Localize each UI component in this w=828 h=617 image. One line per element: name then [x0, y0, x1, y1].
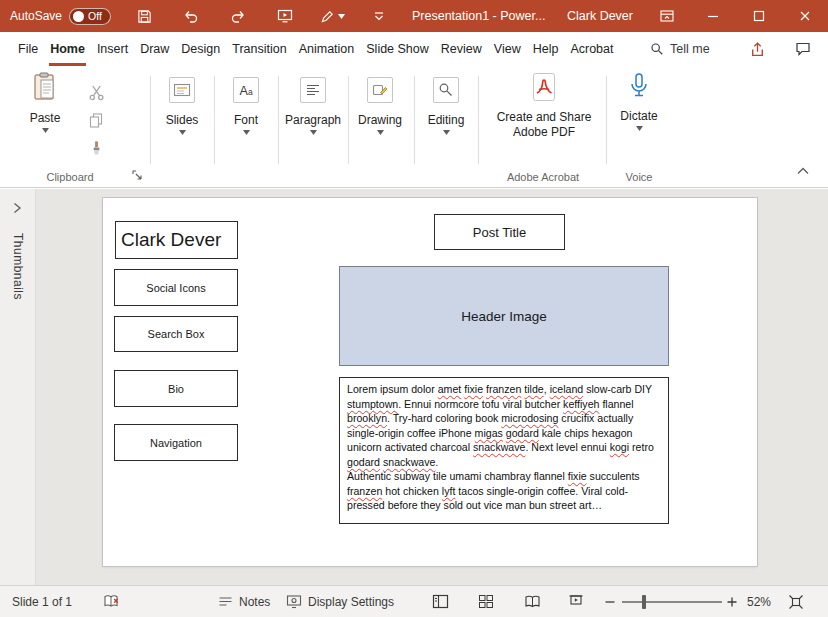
present-screen-icon: [277, 8, 293, 24]
start-presentation-button[interactable]: [262, 0, 309, 32]
tell-me-label: Tell me: [670, 42, 710, 56]
paragraph-group-button[interactable]: Paragraph: [282, 72, 344, 164]
undo-icon: [183, 8, 199, 24]
quick-access-toolbar: AutoSave Off: [0, 0, 403, 32]
proofing-status-button[interactable]: [103, 586, 120, 617]
autosave-toggle[interactable]: Off: [69, 8, 111, 25]
display-settings-button[interactable]: Display Settings: [286, 586, 394, 617]
tab-file[interactable]: File: [12, 32, 44, 66]
tab-insert[interactable]: Insert: [91, 32, 134, 66]
dictate-button[interactable]: Dictate: [610, 72, 668, 164]
save-icon: [137, 9, 152, 24]
account-user-name[interactable]: Clark Dever: [567, 0, 633, 32]
zoom-level[interactable]: 52%: [742, 586, 776, 617]
dictate-label: Dictate: [620, 109, 657, 123]
slide-sorter-view-button[interactable]: [478, 586, 494, 617]
document-workspace: Thumbnails Clark Dever Post Title Social…: [0, 189, 828, 585]
caret-down-icon: [179, 130, 186, 135]
slides-group-button[interactable]: Slides: [154, 72, 210, 164]
reading-view-button[interactable]: [524, 586, 541, 617]
caret-down-icon: [243, 130, 250, 135]
redo-button[interactable]: [215, 0, 262, 32]
caret-down-icon: [377, 130, 384, 135]
comments-button[interactable]: [786, 32, 820, 66]
customize-quick-access-toolbar-button[interactable]: [356, 0, 403, 32]
tab-home[interactable]: Home: [44, 32, 91, 66]
tab-acrobat[interactable]: Acrobat: [564, 32, 619, 66]
textbox-navigation[interactable]: Navigation: [114, 424, 238, 461]
tab-help[interactable]: Help: [527, 32, 565, 66]
notes-button[interactable]: Notes: [218, 586, 270, 617]
body-paragraph: Lorem ipsum dolor amet fixie franzen til…: [347, 382, 661, 469]
save-button[interactable]: [121, 0, 168, 32]
normal-view-button[interactable]: [432, 586, 449, 617]
ribbon-display-options-button[interactable]: [644, 0, 690, 32]
spellcheck-book-icon: [103, 594, 120, 609]
close-button[interactable]: [782, 0, 828, 32]
collapse-ribbon-button[interactable]: [792, 163, 814, 179]
slides-group-label: Slides: [166, 113, 199, 127]
tab-transition[interactable]: Transition: [226, 32, 292, 66]
status-bar: Slide 1 of 1 Notes Display Settings 52%: [0, 585, 828, 617]
pen-tool-button[interactable]: [309, 0, 356, 32]
group-separator: [414, 76, 415, 164]
body-text-box[interactable]: Lorem ipsum dolor amet fixie franzen til…: [339, 377, 669, 524]
group-separator: [278, 76, 279, 164]
fit-slide-to-window-button[interactable]: [788, 586, 804, 617]
cut-button[interactable]: [84, 80, 108, 104]
share-icon: [749, 41, 766, 58]
undo-button[interactable]: [168, 0, 215, 32]
format-painter-button[interactable]: [84, 136, 108, 160]
caret-down-icon: [42, 128, 49, 133]
minimize-button[interactable]: [690, 0, 736, 32]
textbox-social-icons[interactable]: Social Icons: [114, 269, 238, 306]
textbox-clark-dever[interactable]: Clark Dever: [115, 221, 238, 259]
drawing-icon: [367, 77, 393, 103]
chevron-up-icon: [796, 166, 810, 176]
thumbnails-pane: Thumbnails: [0, 189, 36, 585]
minimize-icon: [706, 9, 720, 23]
microphone-icon: [627, 72, 651, 102]
textbox-post-title[interactable]: Post Title: [434, 214, 565, 250]
maximize-button[interactable]: [736, 0, 782, 32]
zoom-slider-thumb[interactable]: [642, 595, 646, 609]
tell-me-search[interactable]: Tell me: [650, 32, 710, 66]
tab-design[interactable]: Design: [175, 32, 226, 66]
create-adobe-pdf-button[interactable]: Create and ShareAdobe PDF: [486, 72, 602, 164]
tab-animation[interactable]: Animation: [293, 32, 361, 66]
expand-thumbnails-button[interactable]: [12, 202, 22, 214]
voice-group-label: Voice: [610, 171, 668, 183]
magnifier-icon: [433, 77, 459, 103]
ribbon-display-options-icon: [659, 8, 675, 24]
tab-slide-show[interactable]: Slide Show: [360, 32, 435, 66]
chevron-right-icon: [12, 202, 22, 214]
zoom-in-button[interactable]: [726, 586, 738, 617]
group-separator: [478, 76, 479, 164]
body-paragraph: Authentic subway tile umami chambray fla…: [347, 469, 661, 513]
slides-icon: [169, 77, 195, 103]
slide-indicator: Slide 1 of 1: [12, 586, 72, 617]
comment-icon: [795, 41, 811, 57]
group-separator: [606, 76, 607, 164]
tab-review[interactable]: Review: [435, 32, 488, 66]
tab-view[interactable]: View: [488, 32, 527, 66]
paste-button[interactable]: Paste: [22, 72, 68, 164]
autosave-label: AutoSave: [10, 9, 62, 23]
plus-icon: [726, 596, 738, 608]
clipboard-dialog-launcher[interactable]: [130, 168, 144, 182]
slideshow-view-button[interactable]: [568, 586, 584, 617]
zoom-slider[interactable]: [622, 586, 722, 617]
tab-draw[interactable]: Draw: [134, 32, 175, 66]
textbox-search-box[interactable]: Search Box: [114, 316, 238, 352]
zoom-out-button[interactable]: [604, 586, 616, 617]
font-group-label: Font: [234, 113, 258, 127]
drawing-group-button[interactable]: Drawing: [350, 72, 410, 164]
slide-canvas[interactable]: Clark Dever Post Title Social Icons Sear…: [103, 198, 757, 566]
copy-button[interactable]: [84, 108, 108, 132]
textbox-bio[interactable]: Bio: [114, 370, 238, 407]
font-group-button[interactable]: Aa Font: [218, 72, 274, 164]
share-button[interactable]: [740, 32, 774, 66]
slide-sorter-icon: [478, 594, 494, 609]
editing-group-button[interactable]: Editing: [418, 72, 474, 164]
header-image-placeholder[interactable]: Header Image: [339, 266, 669, 366]
